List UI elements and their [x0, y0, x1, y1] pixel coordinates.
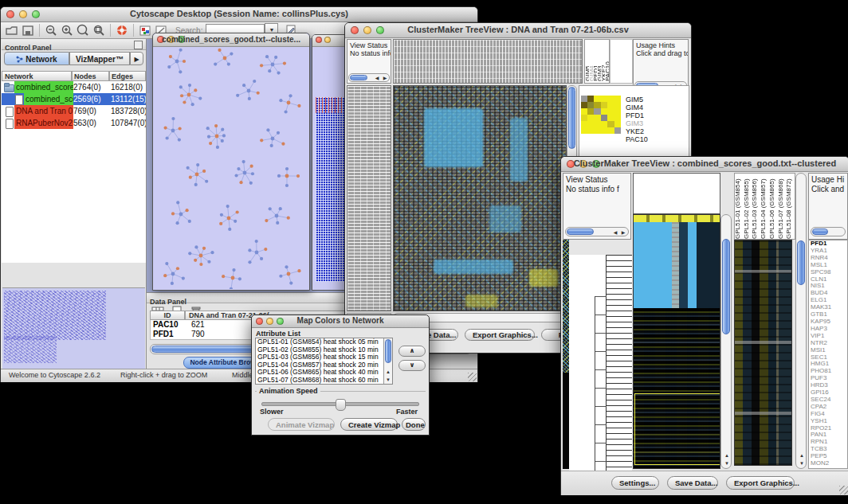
gene-label[interactable]: PFD1 — [626, 111, 648, 119]
gene-label[interactable]: RPN1 — [811, 439, 847, 446]
gene-label[interactable]: GIM4 — [626, 104, 648, 111]
done-button[interactable]: Done — [402, 418, 426, 431]
gene-label[interactable]: YRA1 — [811, 248, 847, 255]
gene-label[interactable]: ELG1 — [811, 297, 847, 304]
gene-label[interactable]: HRD3 — [811, 382, 847, 389]
gene-label[interactable]: GPI16 — [811, 389, 847, 397]
gene-label[interactable]: PUF3 — [811, 375, 847, 382]
gene-label[interactable]: SPC98 — [811, 269, 847, 276]
tv2-row-dendrogram[interactable] — [569, 255, 632, 484]
resize-grip[interactable] — [839, 486, 848, 494]
tv2-export-graphics-button[interactable]: Export Graphics... — [726, 476, 795, 490]
tv2-status-hscrollbar[interactable]: ◀▶ — [565, 227, 629, 236]
gene-label[interactable]: PEP5 — [811, 453, 847, 460]
tv1-column-dendrogram[interactable] — [393, 39, 583, 84]
gene-label[interactable]: GTB1 — [811, 311, 847, 318]
zoom-out-icon[interactable] — [43, 24, 59, 37]
attribute-item[interactable]: GPL51-07 (GSM868) heat shock 60 min — [257, 377, 392, 385]
network-row[interactable]: combined_sco 2569(6) 13112(15) — [2, 93, 146, 105]
tv2-save-data-button[interactable]: Save Data... — [667, 476, 718, 490]
tv2-hints-hscrollbar[interactable] — [811, 227, 846, 236]
gene-label[interactable]: PFD1 — [811, 240, 847, 248]
attribute-item[interactable]: GPL51-04 (GSM857) heat shock 20 min — [257, 361, 392, 369]
gene-label[interactable]: NIS1 — [811, 283, 847, 290]
move-up-button[interactable]: ∧ — [398, 346, 426, 357]
tv2-sub-heatmap[interactable] — [734, 240, 792, 466]
main-titlebar[interactable]: Cytoscape Desktop (Session Name: collins… — [1, 7, 477, 22]
birds-eye-view[interactable] — [2, 287, 145, 369]
zoom-selected-icon[interactable] — [91, 24, 107, 37]
gene-label[interactable]: HAP3 — [811, 326, 847, 333]
attribute-item[interactable]: GPL51-01 (GSM854) heat shock 05 min — [257, 338, 392, 346]
gene-label[interactable]: PAC10 — [626, 135, 648, 143]
gene-label[interactable]: YSH1 — [811, 418, 847, 425]
slider-thumb[interactable] — [336, 399, 346, 411]
create-vizmap-button[interactable]: Create Vizmap — [340, 418, 398, 431]
gene-label[interactable]: MON2 — [811, 460, 847, 467]
gene-label[interactable]: MAK31 — [811, 304, 847, 311]
tab-network[interactable]: Network — [4, 52, 69, 65]
column-header-edges[interactable]: Edges — [109, 71, 146, 81]
resize-grip[interactable] — [468, 373, 477, 381]
tv2-heatmap[interactable] — [633, 214, 720, 469]
network-row[interactable]: combined_scores 2764(0) 16218(0) — [2, 81, 146, 93]
tab-vizmapper[interactable]: VizMapper™ — [69, 52, 130, 65]
gene-label[interactable]: GIM5 — [626, 96, 648, 104]
vizmapper-palette-icon[interactable] — [137, 24, 153, 37]
zoom-in-icon[interactable] — [59, 24, 75, 37]
tab-overflow-arrow[interactable]: ▶ — [130, 52, 143, 65]
heatmap-selection-rect[interactable] — [634, 393, 720, 465]
network-row[interactable]: DNA and Tran 07 769(0) 183728(0) — [2, 105, 146, 117]
dense-network-grid[interactable] — [316, 97, 347, 282]
gene-label[interactable]: KAP95 — [811, 318, 847, 326]
attribute-item[interactable]: GPL51-02 (GSM855) heat shock 10 min — [257, 346, 392, 354]
gene-label[interactable]: SEC24 — [811, 397, 847, 404]
gene-label[interactable]: MSI1 — [811, 347, 847, 354]
gene-label[interactable]: NTR2 — [811, 340, 847, 347]
tv2-genelist-vscrollbar[interactable]: ▲▼ — [795, 173, 807, 469]
open-folder-icon[interactable] — [4, 24, 20, 37]
close-icon[interactable] — [316, 37, 322, 43]
attribute-item[interactable]: GPL51-03 (GSM856) heat shock 15 min — [257, 354, 392, 361]
move-down-button[interactable]: ∨ — [398, 360, 426, 371]
column-header-nodes[interactable]: Nodes — [72, 71, 109, 81]
gene-label[interactable]: BUD4 — [811, 290, 847, 297]
gene-label[interactable]: FIG4 — [811, 411, 847, 418]
gene-label[interactable]: VIP1 — [811, 333, 847, 340]
gene-label[interactable]: PHO81 — [811, 368, 847, 375]
gene-label[interactable]: CLN1 — [811, 276, 847, 283]
gene-label[interactable]: GIM3 — [626, 119, 648, 127]
save-icon[interactable] — [20, 24, 36, 37]
network-row[interactable]: RNAPuberNov2+ 563(0) 107847(0) — [2, 117, 146, 129]
gene-label[interactable]: YKE2 — [626, 127, 648, 135]
gene-label[interactable]: SEC1 — [811, 354, 847, 361]
tv1-sub-heatmap[interactable] — [581, 96, 621, 134]
gene-label[interactable]: RPO21 — [811, 425, 847, 432]
float-panel-icon[interactable] — [134, 41, 143, 49]
gene-label[interactable]: CPA2 — [811, 404, 847, 411]
animation-speed-slider[interactable] — [261, 402, 419, 406]
tv1-heatmap[interactable] — [393, 85, 567, 311]
attribute-list[interactable]: GPL51-01 (GSM854) heat shock 05 minGPL51… — [255, 338, 393, 385]
minimize-icon[interactable] — [324, 37, 331, 43]
tv2-settings-button[interactable]: Settings... — [611, 476, 659, 490]
gene-label[interactable]: RNR4 — [811, 255, 847, 262]
tv1-export-graphics-button[interactable]: Export Graphics... — [465, 329, 535, 341]
attribute-list-scrollbar[interactable]: ▲▼ — [383, 338, 392, 384]
gene-label[interactable]: PAN1 — [811, 432, 847, 439]
help-lifesaver-icon[interactable] — [114, 24, 130, 37]
zoom-fit-icon[interactable] — [75, 24, 91, 37]
data-column-id[interactable]: ID — [150, 311, 185, 320]
network-canvas[interactable] — [153, 47, 308, 289]
gene-label[interactable]: TCB3 — [811, 446, 847, 453]
animate-vizmap-button[interactable]: Animate Vizmap — [268, 418, 335, 431]
tv2-vscrollbar[interactable]: ▲▼ — [720, 214, 732, 469]
tv1-usage-hints: Usage HintsClick and drag tc ◀▶ — [633, 39, 689, 92]
gene-label[interactable]: HMG1 — [811, 361, 847, 368]
attribute-item[interactable]: GPL51-06 (GSM865) heat shock 40 min — [257, 369, 392, 377]
gene-label[interactable]: MSL1 — [811, 262, 847, 269]
tv1-row-dendrogram[interactable] — [347, 85, 391, 311]
tv2-column-dendrogram[interactable] — [633, 173, 720, 214]
column-header-network[interactable]: Network — [2, 71, 72, 81]
tv1-status-hscrollbar[interactable]: ◀▶ — [348, 73, 390, 82]
